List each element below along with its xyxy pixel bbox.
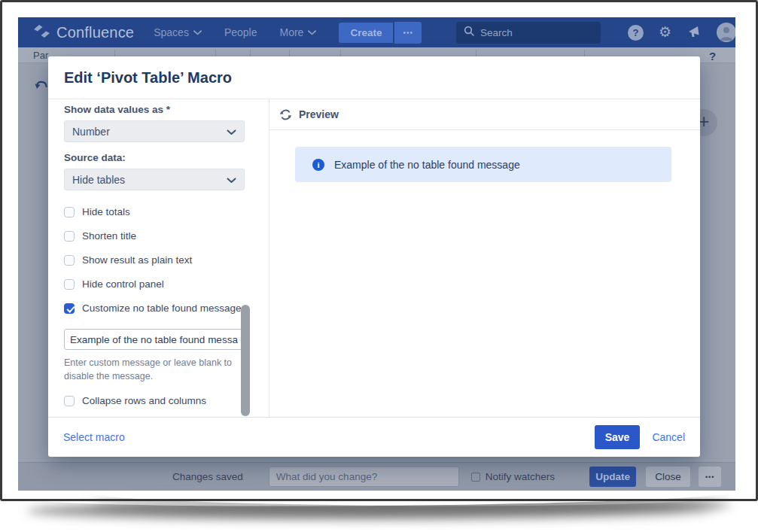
hide-control-panel-label: Hide control panel (82, 278, 164, 290)
nav-more[interactable]: More (279, 26, 316, 38)
nav-more-label: More (279, 26, 303, 38)
nav-people[interactable]: People (224, 26, 257, 38)
confluence-app: Confluence Spaces People More Create ••• (18, 17, 735, 491)
preview-title: Preview (299, 108, 339, 120)
nav-spaces[interactable]: Spaces (154, 26, 202, 38)
custom-message-hint: Enter custom message or leave blank to d… (64, 357, 246, 383)
parameters-scrollbar[interactable] (241, 305, 250, 416)
customize-message-label: Customize no table found message (82, 302, 242, 314)
close-button[interactable]: Close (646, 467, 690, 487)
user-avatar[interactable] (717, 23, 735, 42)
edit-macro-dialog: Edit ‘Pivot Table’ Macro Show data value… (48, 56, 700, 457)
paragraph-style-dropdown[interactable]: Par (33, 50, 48, 61)
show-data-values-select[interactable]: Number (64, 120, 245, 142)
collapse-rows-checkbox[interactable] (64, 396, 75, 406)
macro-parameters-panel: Show data values as * Number Source data… (48, 99, 269, 417)
notify-watchers-checkbox[interactable] (471, 473, 480, 482)
customize-message-checkbox[interactable] (64, 303, 75, 314)
no-table-info-text: Example of the no table found message (334, 159, 520, 171)
search-icon (464, 26, 474, 39)
undo-icon[interactable] (35, 81, 49, 95)
dialog-title: Edit ‘Pivot Table’ Macro (64, 69, 232, 87)
preview-panel: Preview i Example of the no table found … (269, 99, 700, 417)
source-data-label: Source data: (64, 152, 269, 163)
chevron-down-icon (193, 30, 202, 35)
source-data-value: Hide tables (72, 174, 125, 186)
editor-overflow-button[interactable]: ••• (699, 467, 721, 487)
select-macro-link[interactable]: Select macro (63, 431, 125, 443)
shorten-title-checkbox-row[interactable]: Shorten title (64, 230, 269, 242)
shorten-title-checkbox[interactable] (64, 231, 75, 242)
customize-message-checkbox-row[interactable]: Customize no table found message (64, 302, 269, 314)
nav-spaces-label: Spaces (154, 26, 189, 38)
plain-text-checkbox-row[interactable]: Show result as plain text (64, 254, 269, 266)
dialog-footer: Select macro Save Cancel (48, 417, 700, 457)
no-table-info-banner: i Example of the no table found message (295, 147, 671, 182)
help-icon[interactable]: ? (628, 25, 644, 41)
confluence-home-link[interactable]: Confluence (33, 24, 134, 41)
custom-message-input[interactable] (64, 329, 244, 350)
changes-saved-status: Changes saved (172, 471, 243, 482)
chevron-down-icon (227, 126, 236, 138)
top-navbar: Confluence Spaces People More Create ••• (18, 17, 735, 47)
plain-text-checkbox[interactable] (64, 255, 75, 266)
brand-name: Confluence (56, 24, 134, 41)
dialog-header: Edit ‘Pivot Table’ Macro (48, 56, 700, 99)
show-data-values-value: Number (72, 126, 110, 138)
create-overflow-button[interactable]: ••• (394, 22, 422, 44)
search-input[interactable] (480, 27, 593, 38)
chevron-down-icon (227, 174, 236, 186)
notifications-bell-icon[interactable] (686, 24, 702, 41)
plain-text-label: Show result as plain text (82, 254, 192, 266)
dialog-body: Show data values as * Number Source data… (48, 99, 700, 417)
create-button[interactable]: Create (339, 23, 393, 43)
info-icon: i (312, 159, 324, 171)
preview-header: Preview (269, 99, 700, 130)
hide-totals-checkbox-row[interactable]: Hide totals (64, 206, 269, 217)
hide-totals-checkbox[interactable] (64, 207, 75, 217)
hide-control-panel-checkbox-row[interactable]: Hide control panel (64, 278, 269, 290)
gear-icon[interactable]: ⚙ (659, 25, 671, 40)
show-data-values-label: Show data values as * (64, 104, 269, 115)
nav-people-label: People (224, 26, 257, 38)
collapse-rows-checkbox-row[interactable]: Collapse rows and columns (64, 395, 269, 406)
notify-watchers-checkbox-row[interactable]: Notify watchers (471, 471, 555, 482)
refresh-icon[interactable] (279, 108, 292, 121)
editor-help-icon[interactable]: ? (709, 50, 716, 62)
hide-totals-label: Hide totals (82, 206, 130, 217)
collapse-rows-label: Collapse rows and columns (82, 395, 206, 406)
update-button[interactable]: Update (589, 467, 636, 487)
shorten-title-label: Shorten title (82, 230, 136, 242)
confluence-logo-icon (33, 25, 50, 41)
notify-watchers-label: Notify watchers (486, 471, 555, 482)
save-button[interactable]: Save (595, 425, 641, 449)
chevron-down-icon (308, 30, 316, 35)
navbar-icons: ? ⚙ (628, 23, 735, 42)
search-box[interactable] (456, 22, 601, 44)
screenshot-frame: Confluence Spaces People More Create ••• (0, 0, 758, 501)
hide-control-panel-checkbox[interactable] (64, 279, 75, 290)
cancel-link[interactable]: Cancel (652, 431, 685, 443)
source-data-select[interactable]: Hide tables (64, 169, 245, 190)
